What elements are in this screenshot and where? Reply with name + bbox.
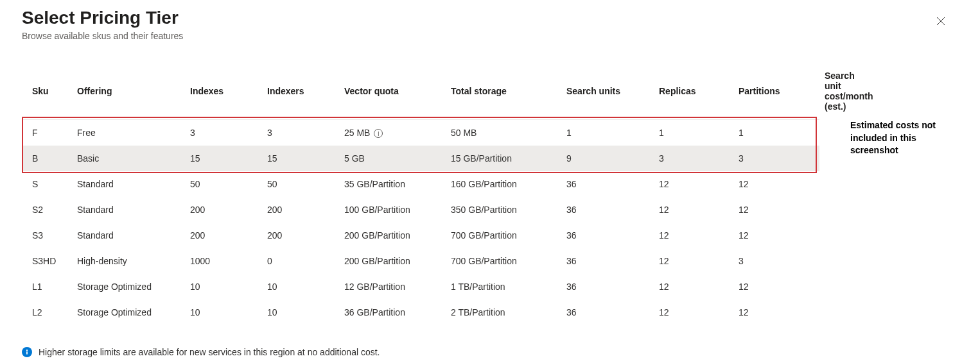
cell: 100 GB/Partition [339,197,446,223]
table-row[interactable]: S2Standard200200100 GB/Partition350 GB/P… [22,197,819,223]
col-header-replicas[interactable]: Replicas [654,64,733,120]
cell: 10 [262,274,339,300]
cell: 15 [185,146,262,171]
svg-point-0 [26,350,28,351]
cell: 12 [654,248,733,274]
cell: 350 GB/Partition [446,197,561,223]
footer-text: Higher storage limits are available for … [39,347,380,357]
cell: Standard [72,171,185,197]
pricing-table-wrap: Sku Offering Indexes Indexers Vector quo… [22,64,819,325]
cell: 12 [654,300,733,325]
col-header-units[interactable]: Search units [561,64,654,120]
table-row[interactable]: L2Storage Optimized101036 GB/Partition2 … [22,300,819,325]
content-row: Sku Offering Indexes Indexers Vector quo… [22,64,958,325]
cell: 10 [185,300,262,325]
table-row[interactable]: S3HDHigh-density10000200 GB/Partition700… [22,248,819,274]
cell: 36 [561,300,654,325]
cell: 200 [262,223,339,248]
cell: Standard [72,223,185,248]
col-header-offering[interactable]: Offering [72,64,185,120]
cell: 12 [654,274,733,300]
cell: L1 [22,274,72,300]
cell: 36 [561,171,654,197]
cell: S2 [22,197,72,223]
col-header-indexers[interactable]: Indexers [262,64,339,120]
cell: 200 [185,223,262,248]
cell: 200 GB/Partition [339,223,446,248]
cell: 12 [654,197,733,223]
cell: Storage Optimized [72,300,185,325]
col-header-sku[interactable]: Sku [22,64,72,120]
info-icon [22,347,32,357]
cell: 3 [733,146,819,171]
cell: 1 [654,120,733,146]
close-icon [936,16,946,26]
cell: 50 MB [446,120,561,146]
cell: 12 [733,223,819,248]
cell: 2 TB/Partition [446,300,561,325]
page-subtitle: Browse available skus and their features [22,31,958,41]
cell: 35 GB/Partition [339,171,446,197]
col-header-indexes[interactable]: Indexes [185,64,262,120]
cell: 200 GB/Partition [339,248,446,274]
table-row[interactable]: S3Standard200200200 GB/Partition700 GB/P… [22,223,819,248]
cell: 1000 [185,248,262,274]
cell: Storage Optimized [72,274,185,300]
cell: 25 MBi [339,120,446,146]
cell: 12 GB/Partition [339,274,446,300]
cell: 12 [733,171,819,197]
table-row[interactable]: FFree3325 MBi50 MB111 [22,120,819,146]
side-note: Estimated costs not included in this scr… [850,119,953,157]
cell: 3 [654,146,733,171]
cell: 1 TB/Partition [446,274,561,300]
table-header-row: Sku Offering Indexes Indexers Vector quo… [22,64,819,120]
cell: 10 [262,300,339,325]
cell: 700 GB/Partition [446,248,561,274]
cell: S [22,171,72,197]
cell: Basic [72,146,185,171]
cell: 36 GB/Partition [339,300,446,325]
cell: 160 GB/Partition [446,171,561,197]
cell: 200 [185,197,262,223]
pricing-tier-panel: Select Pricing Tier Browse available sku… [0,0,980,363]
cell: 15 GB/Partition [446,146,561,171]
cell: 12 [733,197,819,223]
svg-rect-1 [26,351,28,355]
cell: S3HD [22,248,72,274]
cell: 12 [733,274,819,300]
cell: 9 [561,146,654,171]
col-header-partitions[interactable]: Partitions [733,64,819,120]
cell: 200 [262,197,339,223]
cell: 15 [262,146,339,171]
col-header-storage[interactable]: Total storage [446,64,561,120]
cell: 5 GB [339,146,446,171]
info-icon[interactable]: i [374,129,383,138]
cell: L2 [22,300,72,325]
table-row[interactable]: L1Storage Optimized101012 GB/Partition1 … [22,274,819,300]
page-title: Select Pricing Tier [22,8,958,28]
cell: 700 GB/Partition [446,223,561,248]
cell: 12 [733,300,819,325]
cell: 36 [561,223,654,248]
cell: 3 [185,120,262,146]
cell: 10 [185,274,262,300]
cell: 3 [733,248,819,274]
cell: 50 [185,171,262,197]
cell: High-density [72,248,185,274]
cell: 1 [561,120,654,146]
table-row[interactable]: SStandard505035 GB/Partition160 GB/Parti… [22,171,819,197]
cell: 12 [654,223,733,248]
cell: 0 [262,248,339,274]
footer-note: Higher storage limits are available for … [22,347,958,357]
col-header-vector[interactable]: Vector quota [339,64,446,120]
cell: S3 [22,223,72,248]
pricing-table: Sku Offering Indexes Indexers Vector quo… [22,64,819,325]
cell: 36 [561,274,654,300]
cell: 36 [561,197,654,223]
close-button[interactable] [934,14,948,28]
cell: B [22,146,72,171]
table-row[interactable]: BBasic15155 GB15 GB/Partition933 [22,146,819,171]
cell: 36 [561,248,654,274]
cell: F [22,120,72,146]
cell: 1 [733,120,819,146]
